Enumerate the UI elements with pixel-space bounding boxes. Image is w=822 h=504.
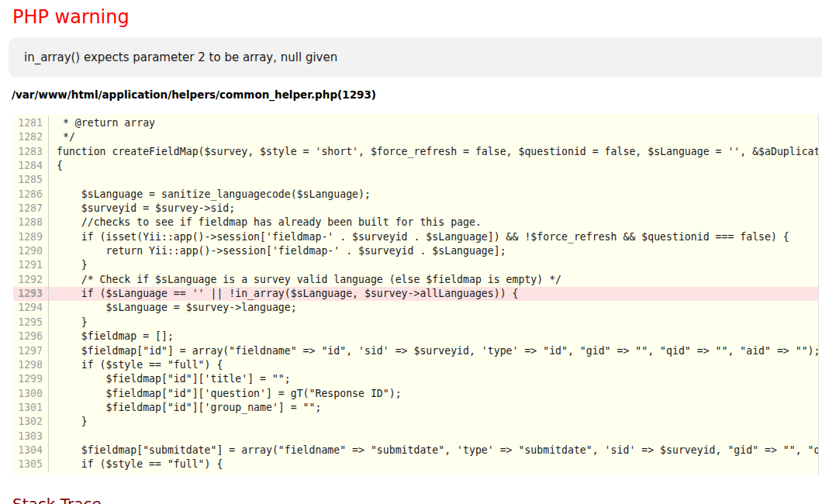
line-number: 1291 [13, 258, 49, 272]
code-text: $fieldmap["id"]['group_name'] = ""; [49, 401, 818, 415]
line-number: 1299 [13, 372, 49, 386]
line-number: 1301 [13, 401, 49, 415]
code-line: 1287 $surveyid = $survey->sid; [13, 202, 818, 216]
code-line: 1303 [13, 430, 818, 444]
code-text: */ [49, 130, 818, 144]
line-number: 1290 [13, 244, 49, 258]
line-number: 1288 [13, 216, 49, 230]
code-line: 1286 $sLanguage = sanitize_languagecode(… [13, 188, 818, 202]
code-line: 1281 * @return array [13, 116, 818, 130]
source-code: 1281 * @return array1282 */1283function … [13, 114, 819, 475]
code-text: $fieldmap["submitdate"] = array("fieldna… [49, 444, 818, 457]
code-line: 1301 $fieldmap["id"]['group_name'] = ""; [13, 401, 818, 415]
error-file-path: /var/www/html/application/helpers/common… [12, 88, 376, 101]
stack-trace-heading: Stack Trace [12, 495, 102, 504]
code-text: $sLanguage = $survey->language; [49, 301, 818, 315]
line-number: 1296 [13, 330, 49, 343]
code-line: 1298 if ($style == "full") { [13, 358, 818, 372]
code-line: 1292 /* Check if $sLanguage is a survey … [13, 273, 818, 287]
line-number: 1298 [13, 358, 49, 372]
code-text: { [49, 159, 818, 173]
code-text: if ($sLanguage == '' || !in_array($sLang… [49, 287, 818, 301]
line-number: 1300 [13, 387, 49, 401]
code-line: 1305 if ($style == "full") { [13, 457, 818, 471]
code-line: 1290 return Yii::app()->session['fieldma… [13, 244, 818, 258]
code-text [49, 430, 818, 444]
code-text: //checks to see if fieldmap has already … [49, 216, 818, 230]
line-number: 1286 [13, 188, 49, 202]
line-number: 1294 [13, 301, 49, 315]
code-line: 1291 } [13, 258, 818, 272]
code-line: 1295 } [13, 316, 818, 330]
code-line: 1296 $fieldmap = []; [13, 330, 818, 343]
code-line: 1289 if (isset(Yii::app()->session['fiel… [13, 230, 818, 244]
line-number: 1281 [13, 116, 49, 130]
code-text: * @return array [49, 116, 818, 130]
code-line: 1282 */ [13, 130, 818, 144]
code-line-error: 1293 if ($sLanguage == '' || !in_array($… [13, 287, 818, 301]
line-number: 1297 [13, 344, 49, 358]
line-number: 1289 [13, 230, 49, 244]
line-number: 1287 [13, 202, 49, 216]
line-number: 1295 [13, 316, 49, 330]
code-text [49, 173, 818, 187]
code-text: if ($style == "full") { [49, 358, 818, 372]
error-message-text: in_array() expects parameter 2 to be arr… [24, 50, 337, 64]
code-text: $surveyid = $survey->sid; [49, 202, 818, 216]
line-number: 1293 [13, 287, 49, 301]
code-text: return Yii::app()->session['fieldmap-' .… [49, 244, 818, 258]
line-number: 1303 [13, 430, 49, 444]
code-text: $fieldmap["id"]['title'] = ""; [49, 372, 818, 386]
page-title: PHP warning [12, 6, 130, 28]
code-line: 1285 [13, 173, 818, 187]
code-text: function createFieldMap($survey, $style … [49, 145, 818, 159]
code-text: $fieldmap["id"] = array("fieldname" => "… [49, 344, 818, 358]
line-number: 1282 [13, 130, 49, 144]
code-line: 1288 //checks to see if fieldmap has alr… [13, 216, 818, 230]
line-number: 1285 [13, 173, 49, 187]
line-number: 1304 [13, 444, 49, 457]
line-number: 1302 [13, 415, 49, 429]
code-line: 1304 $fieldmap["submitdate"] = array("fi… [13, 444, 818, 457]
error-message-box: in_array() expects parameter 2 to be arr… [9, 37, 822, 78]
code-text: } [49, 258, 818, 272]
line-number: 1292 [13, 273, 49, 287]
code-text: $fieldmap = []; [49, 330, 818, 343]
line-number: 1284 [13, 159, 49, 173]
code-line: 1300 $fieldmap["id"]['question'] = gT("R… [13, 387, 818, 401]
code-line: 1283function createFieldMap($survey, $st… [13, 145, 818, 159]
code-text: } [49, 415, 818, 429]
code-text: $fieldmap["id"]['question'] = gT("Respon… [49, 387, 818, 401]
code-text: /* Check if $sLanguage is a survey valid… [49, 273, 818, 287]
code-text: if (isset(Yii::app()->session['fieldmap-… [49, 230, 818, 244]
line-number: 1305 [13, 457, 49, 471]
code-text: if ($style == "full") { [49, 457, 818, 471]
code-line: 1284{ [13, 159, 818, 173]
code-line: 1299 $fieldmap["id"]['title'] = ""; [13, 372, 818, 386]
code-line: 1297 $fieldmap["id"] = array("fieldname"… [13, 344, 818, 358]
code-line: 1302 } [13, 415, 818, 429]
code-text: } [49, 316, 818, 330]
code-text: $sLanguage = sanitize_languagecode($sLan… [49, 188, 818, 202]
line-number: 1283 [13, 145, 49, 159]
code-line: 1294 $sLanguage = $survey->language; [13, 301, 818, 315]
